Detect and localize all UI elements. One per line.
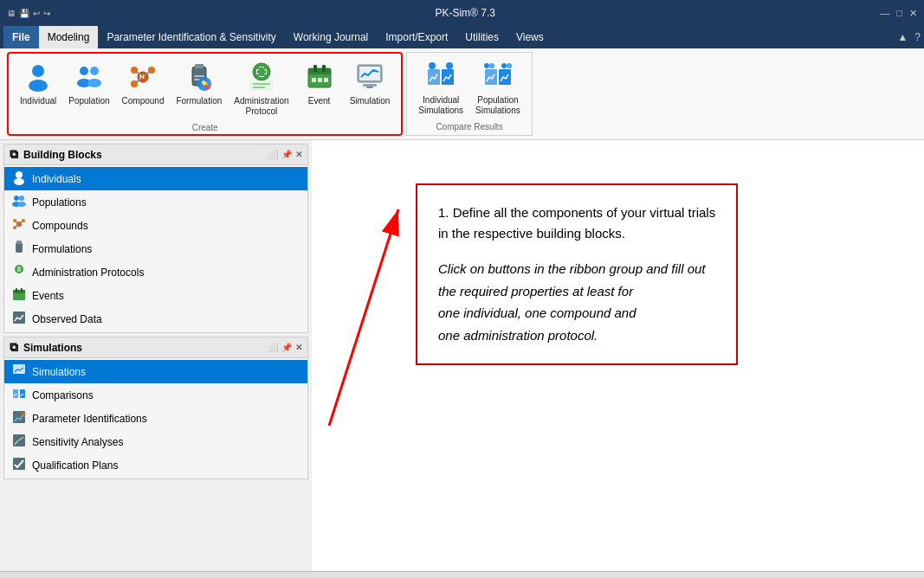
- compounds-icon: [11, 216, 27, 234]
- building-blocks-populations[interactable]: Populations: [4, 190, 307, 214]
- simulations-title-area: ⧉ Simulations: [10, 340, 82, 355]
- instruction-italic: Click on buttons in the ribbon group and…: [438, 258, 715, 346]
- svg-point-51: [14, 196, 19, 201]
- main-layout: ⧉ Building Blocks ⬜ 📌 ✕ Individuals: [0, 140, 924, 571]
- import-export-menu[interactable]: Import/Export: [377, 26, 456, 48]
- event-btn-label: Event: [308, 96, 331, 106]
- building-blocks-individuals[interactable]: Individuals: [4, 167, 307, 190]
- svg-text:💊: 💊: [201, 80, 211, 90]
- population-sim-btn[interactable]: PopulationSimulations: [471, 56, 525, 119]
- minimize-button[interactable]: —: [880, 8, 889, 19]
- svg-rect-69: [16, 288, 17, 292]
- help-icon[interactable]: ?: [914, 31, 921, 43]
- svg-point-49: [16, 171, 23, 178]
- building-blocks-panel: ⧉ Building Blocks ⬜ 📌 ✕ Individuals: [3, 144, 308, 333]
- svg-rect-33: [318, 78, 322, 82]
- sim-pin-icon[interactable]: 📌: [281, 343, 292, 352]
- svg-rect-34: [324, 78, 328, 82]
- sim-close-icon[interactable]: ✕: [295, 343, 302, 352]
- populations-icon: [11, 193, 27, 211]
- formulations-label: Formulations: [32, 243, 92, 255]
- svg-point-5: [87, 79, 101, 87]
- pin-icon[interactable]: 📌: [281, 150, 292, 159]
- ribbon: Individual Population: [0, 48, 924, 140]
- simulations-item-sensitivity[interactable]: Sensitivity Analyses: [4, 430, 307, 453]
- population-ribbon-btn[interactable]: Population: [64, 57, 113, 109]
- individual-sim-btn[interactable]: IndividualSimulations: [414, 56, 468, 119]
- svg-rect-15: [195, 64, 204, 68]
- title-bar: 🖥 💾 ↩ ↪ PK-Sim® 7.3 — □ ✕: [0, 0, 924, 26]
- building-blocks-events[interactable]: Events: [4, 284, 307, 307]
- building-blocks-close-icon[interactable]: ✕: [295, 150, 302, 159]
- simulations-panel-title: Simulations: [23, 342, 82, 354]
- param-id-label: Parameter Identifications: [32, 413, 147, 425]
- simulations-item-qualification[interactable]: Qualification Plans: [4, 453, 307, 477]
- svg-rect-63: [16, 241, 22, 244]
- sim-restore-icon[interactable]: ⬜: [268, 343, 278, 352]
- redo-icon[interactable]: ↪: [43, 9, 50, 18]
- svg-rect-72: [13, 364, 25, 374]
- formulation-btn-label: Formulation: [176, 96, 222, 106]
- svg-rect-70: [21, 288, 23, 292]
- building-blocks-formulations[interactable]: Formulations: [4, 237, 307, 260]
- simulations-item-comparisons[interactable]: Comparisons: [4, 383, 307, 407]
- svg-point-41: [429, 62, 436, 69]
- window-controls[interactable]: — □ ✕: [880, 8, 917, 19]
- population-icon: [72, 60, 107, 94]
- compare-results-group: IndividualSimulations Popul: [406, 52, 532, 136]
- admin-protocol-ribbon-btn[interactable]: AdministrationProtocol: [229, 57, 293, 119]
- building-blocks-compounds[interactable]: Compounds: [4, 214, 307, 237]
- simulations-list: Simulations Comparisons Parameter Identi…: [4, 358, 307, 478]
- svg-rect-32: [312, 78, 316, 82]
- expand-icon[interactable]: ▲: [897, 31, 908, 43]
- simulation-icon: [352, 60, 387, 94]
- building-blocks-admin-protocols[interactable]: Administration Protocols: [4, 260, 307, 284]
- working-journal-menu[interactable]: Working Journal: [285, 26, 377, 48]
- svg-point-2: [80, 67, 88, 75]
- building-blocks-observed-data[interactable]: Observed Data: [4, 307, 307, 331]
- param-id-icon: [11, 409, 27, 427]
- views-menu[interactable]: Views: [507, 26, 552, 48]
- svg-point-45: [484, 63, 489, 68]
- building-blocks-icon: ⧉: [10, 147, 18, 162]
- svg-point-54: [17, 202, 26, 207]
- simulations-controls[interactable]: ⬜ 📌 ✕: [268, 343, 302, 352]
- file-menu[interactable]: File: [3, 26, 39, 48]
- title-bar-icons[interactable]: 🖥 💾 ↩ ↪: [7, 9, 50, 18]
- utilities-menu[interactable]: Utilities: [456, 26, 507, 48]
- svg-rect-66: [15, 273, 23, 278]
- formulation-ribbon-btn[interactable]: 💊 Formulation: [171, 57, 226, 109]
- observed-data-label: Observed Data: [32, 313, 102, 325]
- events-label: Events: [32, 290, 64, 302]
- simulations-item-param-id[interactable]: Parameter Identifications: [4, 407, 307, 430]
- individuals-icon: [11, 170, 27, 188]
- parameter-id-menu[interactable]: Parameter Identification & Sensitivity: [98, 26, 284, 48]
- svg-rect-29: [308, 68, 331, 74]
- restore-icon[interactable]: ⬜: [268, 150, 278, 159]
- compare-buttons: IndividualSimulations Popul: [414, 56, 524, 119]
- building-blocks-title-area: ⧉ Building Blocks: [10, 147, 102, 162]
- status-bar: Project: Undefined | Journal: Undefined …: [0, 571, 924, 578]
- compound-ribbon-btn[interactable]: H Compound: [118, 57, 169, 109]
- maximize-button[interactable]: □: [896, 8, 902, 19]
- simulation-ribbon-btn[interactable]: Simulation: [346, 57, 395, 109]
- event-icon: [302, 60, 337, 94]
- individual-btn-label: Individual: [20, 96, 56, 106]
- building-blocks-controls[interactable]: ⬜ 📌 ✕: [268, 150, 302, 159]
- svg-point-1: [29, 80, 48, 92]
- svg-rect-39: [428, 69, 440, 85]
- modeling-menu[interactable]: Modeling: [39, 26, 99, 48]
- save-icon[interactable]: 💾: [19, 9, 29, 18]
- individual-ribbon-btn[interactable]: Individual: [16, 57, 61, 109]
- svg-rect-40: [442, 69, 454, 85]
- undo-icon[interactable]: ↩: [33, 9, 40, 18]
- admin-protocols-label: Administration Protocols: [32, 267, 144, 279]
- compound-btn-label: Compound: [122, 96, 165, 106]
- events-icon: [11, 286, 27, 305]
- simulations-item-simulations[interactable]: Simulations: [4, 360, 307, 383]
- close-button[interactable]: ✕: [909, 8, 917, 19]
- admin-protocol-icon: [244, 60, 279, 94]
- event-ribbon-btn[interactable]: Event: [297, 57, 342, 109]
- population-sim-icon: [481, 59, 515, 93]
- svg-rect-43: [485, 69, 497, 85]
